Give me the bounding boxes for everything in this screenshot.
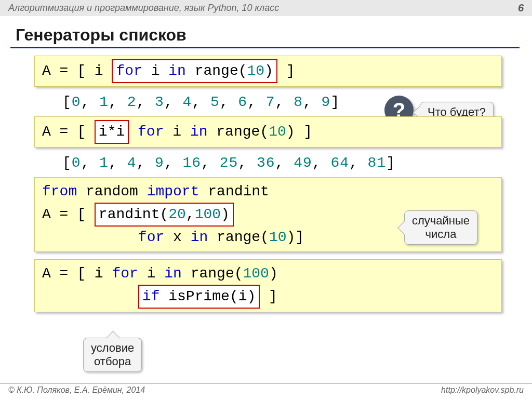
code-text: A = [ i xyxy=(42,265,112,282)
code-block-2: A = [ i*i for i in range(10) ] xyxy=(34,116,502,148)
slide-content: Генераторы списков A = [ i for i in rang… xyxy=(0,16,532,312)
code-text: for i in range(10) ] xyxy=(129,124,312,140)
slide-header: Алгоритмизация и программирование, язык … xyxy=(0,0,532,16)
code-keyword: import xyxy=(147,183,200,200)
code-text xyxy=(42,229,138,245)
code-text: randint xyxy=(199,183,269,200)
code-keyword: from xyxy=(42,183,77,200)
result-output-2: [0, 1, 4, 9, 16, 25, 36, 49, 64, 81] xyxy=(62,155,516,171)
filter-callout: условие отбора xyxy=(83,338,142,372)
code-text: ] xyxy=(277,63,295,79)
code-text: random xyxy=(77,183,147,200)
footer-url: http://kpolyakov.spb.ru xyxy=(441,385,524,395)
code-text: x xyxy=(164,229,190,245)
slide-title: Генераторы списков xyxy=(16,25,516,45)
highlighted-code: if isPrime(i) xyxy=(138,285,260,309)
code-keyword: for xyxy=(138,229,164,245)
highlighted-code: randint(20,100) xyxy=(95,203,234,227)
highlighted-code: i*i xyxy=(95,120,129,144)
code-block-4: A = [ i for i in range(100) if isPrime(i… xyxy=(34,259,502,312)
random-callout: случайные числа xyxy=(404,210,477,245)
code-text: range(10)] xyxy=(208,229,304,245)
slide-footer: © К.Ю. Поляков, Е.А. Ерёмин, 2014 http:/… xyxy=(0,383,532,395)
code-text: A = [ i xyxy=(42,63,112,79)
code-text xyxy=(42,288,138,304)
highlighted-code: for i in range(10) xyxy=(112,59,277,83)
copyright: © К.Ю. Поляков, Е.А. Ерёмин, 2014 xyxy=(8,385,145,395)
code-keyword: in xyxy=(191,229,208,245)
code-text: A = [ xyxy=(42,206,95,222)
title-underline xyxy=(10,47,520,48)
code-text: A = [ xyxy=(42,124,95,140)
code-block-1: A = [ i for i in range(10) ] xyxy=(34,56,502,87)
page-number: 6 xyxy=(518,2,524,14)
breadcrumb: Алгоритмизация и программирование, язык … xyxy=(8,3,279,14)
